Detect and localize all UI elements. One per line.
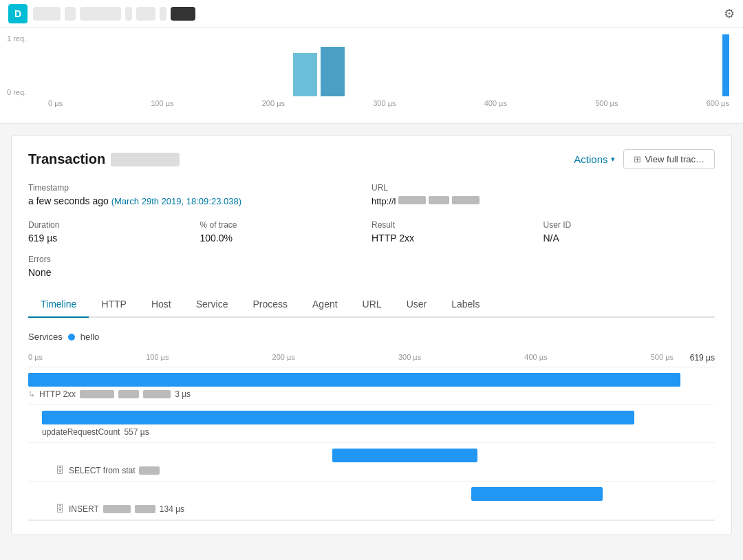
avatar: D	[8, 4, 28, 23]
nav-pill-3	[80, 7, 121, 21]
chart-x-axis: 0 µs 100 µs 200 µs 300 µs 400 µs 500 µs …	[48, 99, 729, 107]
insert-bar	[471, 487, 603, 501]
transaction-header: Transaction Actions ▾ ⊞ View full trac…	[28, 149, 715, 169]
url-value: http://l	[372, 195, 715, 206]
nav-pill-6	[160, 7, 166, 21]
timestamp-label: Timestamp	[28, 183, 372, 193]
timeline-total-duration: 619 µs	[690, 353, 715, 363]
tab-process[interactable]: Process	[240, 292, 300, 318]
meta-row-1: Duration 619 µs % of trace 100.0% Result…	[28, 220, 715, 244]
http-blur-3	[143, 390, 171, 398]
service-dot	[68, 334, 75, 341]
timeline-rows: ↳ HTTP 2xx 3 µs updateRequestCount 557 µ…	[28, 367, 715, 521]
actions-button[interactable]: Actions ▾	[574, 153, 614, 165]
nav-pill-2	[65, 7, 76, 21]
timeline-x-axis: 0 µs 100 µs 200 µs 300 µs 400 µs 500 µs	[28, 353, 715, 361]
nav-pill-1	[33, 7, 61, 21]
tabs: Timeline HTTP Host Service Process Agent…	[28, 292, 715, 318]
tab-service[interactable]: Service	[184, 292, 241, 318]
insert-bar-container	[56, 487, 715, 501]
expand-icon: ↳	[28, 389, 35, 399]
timestamp-url-row: Timestamp a few seconds ago (March 29th …	[28, 183, 715, 206]
tab-labels[interactable]: Labels	[439, 292, 492, 318]
top-bar: D ⚙	[0, 0, 743, 28]
top-nav	[33, 7, 718, 21]
url-item: URL http://l	[372, 183, 715, 206]
tab-agent[interactable]: Agent	[300, 292, 350, 318]
insert-blur-2	[135, 505, 155, 513]
http-blur-1	[80, 390, 114, 398]
insert-label: 🗄 INSERT 134 µs	[56, 504, 715, 514]
services-row: Services hello	[28, 332, 715, 342]
duration-item: Duration 619 µs	[28, 220, 200, 244]
timestamp-item: Timestamp a few seconds ago (March 29th …	[28, 183, 372, 206]
select-blur	[139, 466, 160, 475]
select-bar-container	[56, 449, 715, 462]
db-icon-select: 🗄	[56, 465, 65, 475]
timeline-section: Services hello 0 µs 100 µs 200 µs 300 µs…	[28, 332, 715, 521]
timestamp-value: a few seconds ago (March 29th 2019, 18:0…	[28, 195, 372, 206]
settings-icon[interactable]: ⚙	[724, 6, 735, 21]
pct-trace-item: % of trace 100.0%	[200, 220, 372, 244]
nav-pill-5	[136, 7, 155, 21]
db-icon-insert: 🗄	[56, 504, 65, 514]
result-item: Result HTTP 2xx	[372, 220, 543, 244]
timeline-axis-container: 0 µs 100 µs 200 µs 300 µs 400 µs 500 µs …	[28, 353, 715, 361]
view-full-trace-button[interactable]: ⊞ View full trac…	[623, 149, 715, 169]
update-bar-container	[42, 411, 715, 424]
histogram-chart: 1 req. 0 req. 0 µs 100 µs 200 µs 300 µs …	[0, 28, 743, 124]
update-label: updateRequestCount 557 µs	[42, 427, 715, 437]
chart-y-axis: 1 req. 0 req.	[7, 34, 26, 96]
chart-bars	[48, 34, 729, 96]
url-blur-3	[452, 196, 480, 204]
timeline-row-insert[interactable]: 🗄 INSERT 134 µs	[28, 482, 715, 520]
http-bar	[28, 373, 680, 387]
http-label: ↳ HTTP 2xx 3 µs	[28, 389, 715, 399]
chart-bar-1	[293, 53, 317, 96]
tab-url[interactable]: URL	[350, 292, 394, 318]
update-bar	[42, 411, 634, 424]
url-label: URL	[372, 183, 715, 193]
errors-section: Errors None	[28, 255, 715, 278]
url-blur-2	[429, 196, 449, 204]
url-blur-1	[398, 196, 426, 204]
select-bar	[332, 449, 477, 462]
chart-bar-right	[722, 34, 729, 96]
http-blur-2	[118, 390, 139, 398]
insert-blur-1	[103, 505, 131, 513]
timeline-row-update[interactable]: updateRequestCount 557 µs	[28, 405, 715, 443]
transaction-title: Transaction	[28, 151, 180, 167]
tab-timeline[interactable]: Timeline	[28, 292, 89, 318]
transaction-panel: Transaction Actions ▾ ⊞ View full trac… …	[11, 135, 732, 535]
select-label: 🗄 SELECT from stat	[56, 465, 715, 475]
timeline-row-select[interactable]: 🗄 SELECT from stat	[28, 443, 715, 482]
chevron-down-icon: ▾	[611, 155, 615, 164]
tab-http[interactable]: HTTP	[89, 292, 139, 318]
timeline-row-http[interactable]: ↳ HTTP 2xx 3 µs	[28, 367, 715, 405]
transaction-name-blur	[111, 153, 180, 166]
chart-bar-2	[321, 47, 345, 96]
http-bar-container	[28, 373, 715, 387]
tab-user[interactable]: User	[394, 292, 440, 318]
nav-pill-4	[125, 7, 132, 21]
trace-icon: ⊞	[634, 154, 641, 164]
transaction-actions: Actions ▾ ⊞ View full trac…	[574, 149, 715, 169]
nav-pill-7	[171, 7, 195, 21]
user-id-item: User ID N/A	[543, 220, 715, 244]
tab-host[interactable]: Host	[139, 292, 184, 318]
